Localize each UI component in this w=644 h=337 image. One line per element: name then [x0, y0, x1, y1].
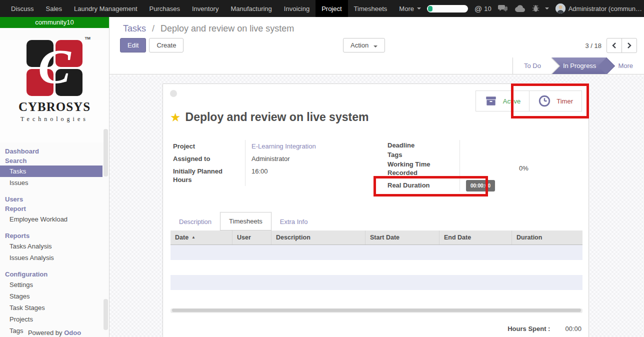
debug-menu[interactable]	[532, 4, 549, 12]
sidebar-item-users[interactable]: Users	[0, 194, 109, 204]
menu-sales[interactable]: Sales	[40, 0, 68, 17]
active-stat-button[interactable]: Active	[476, 90, 530, 112]
menu-timesheets[interactable]: Timesheets	[348, 0, 394, 17]
sidebar-item-projects[interactable]: Projects	[0, 314, 109, 325]
create-button[interactable]: Create	[149, 38, 184, 52]
menu-purchases[interactable]: Purchases	[144, 0, 186, 17]
chevron-right-icon	[627, 42, 632, 48]
field-label-assigned-to: Assigned to	[173, 152, 246, 165]
sidebar-item-tasks[interactable]: Tasks	[0, 166, 102, 177]
stat-buttons: Active Timer	[476, 90, 582, 112]
sidebar-item-settings[interactable]: Settings	[0, 279, 109, 290]
horizontal-scrollbar-thumb[interactable]	[172, 308, 581, 312]
hours-spent-label: Hours Spent :	[508, 325, 550, 332]
odoo-brand-link[interactable]: Odoo	[64, 329, 81, 336]
menu-more[interactable]: More	[393, 0, 427, 17]
tab-description[interactable]: Description	[170, 213, 220, 230]
bug-icon	[532, 4, 540, 12]
brand-name: CYBROSYS	[0, 100, 109, 114]
logo-square	[56, 40, 82, 67]
field-value-real-duration: 00:00:00	[460, 178, 578, 192]
chevron-left-icon	[612, 42, 616, 48]
sidebar-item-issues-analysis[interactable]: Issues Analysis	[0, 252, 109, 264]
form-sheet: Active Timer ★ Deploy and review on live…	[162, 84, 589, 337]
messages-icon[interactable]	[498, 4, 508, 12]
field-label-deadline: Deadline	[388, 140, 460, 150]
stage-to-do[interactable]: To Do	[512, 58, 552, 74]
chevron-down-icon	[374, 46, 378, 48]
edit-button[interactable]: Edit	[120, 38, 146, 52]
main-menu: Discuss Sales Laundry Management Purchas…	[0, 0, 427, 17]
menu-laundry-management[interactable]: Laundry Management	[68, 0, 143, 17]
trademark-label: TM	[84, 36, 90, 40]
active-label: Active	[503, 98, 520, 105]
star-icon[interactable]: ★	[170, 112, 181, 124]
field-value-project[interactable]: E-Learning Integration	[246, 140, 364, 152]
powered-by: Powered by Odoo	[0, 329, 109, 336]
menu-manufacturing[interactable]: Manufacturing	[224, 0, 278, 17]
column-header-date[interactable]: Date▲	[170, 230, 232, 244]
column-header-start-date[interactable]: Start Date	[366, 230, 440, 244]
sidebar-item-report[interactable]: Report	[0, 204, 109, 214]
form-workspace: Active Timer ★ Deploy and review on live…	[110, 75, 644, 337]
field-value-initially-planned-hours: 16:00	[246, 165, 364, 186]
notebook-tabs: Description Timesheets Extra Info	[170, 212, 316, 230]
progress-percentage: 0%	[519, 164, 528, 172]
timer-progress-pill[interactable]	[427, 5, 468, 12]
pager-previous-button[interactable]	[606, 38, 622, 53]
timer-stat-button[interactable]: Timer	[529, 90, 582, 112]
sidebar-scrollbar-thumb[interactable]	[104, 129, 108, 176]
menu-invoicing[interactable]: Invoicing	[278, 0, 316, 17]
tab-extra-info[interactable]: Extra Info	[272, 213, 316, 230]
menu-discuss[interactable]: Discuss	[5, 0, 40, 17]
sidebar-item-issues[interactable]: Issues	[0, 177, 109, 188]
clock-icon	[538, 94, 551, 108]
menu-inventory[interactable]: Inventory	[186, 0, 224, 17]
duration-badge: 00:00:00	[466, 180, 495, 192]
pager-counter: 3 / 18	[585, 42, 602, 50]
logo-square	[56, 69, 82, 96]
timer-label: Timer	[556, 98, 573, 105]
field-group: Project E-Learning Integration Assigned …	[173, 140, 578, 192]
table-row	[170, 245, 582, 260]
field-value-working-time-recorded: 0%	[460, 159, 578, 178]
user-menu[interactable]: Administrator (commun…	[556, 4, 644, 14]
timer-progress-fill	[428, 6, 432, 12]
column-header-user[interactable]: User	[232, 230, 272, 244]
cloud-icon[interactable]	[514, 5, 526, 12]
sidebar-item-configuration[interactable]: Configuration	[0, 270, 109, 279]
user-name: Administrator (commun…	[568, 5, 642, 12]
action-dropdown-button[interactable]: Action	[343, 38, 385, 52]
company-logo: C TM CYBROSYS Technologies	[0, 40, 109, 142]
sidebar-scrollbar-thumb[interactable]	[104, 299, 108, 330]
pager-next-button[interactable]	[622, 38, 637, 53]
sidebar-item-employee-workload[interactable]: Employee Workload	[0, 214, 109, 225]
task-title-row: ★ Deploy and review on live system	[170, 110, 368, 124]
column-header-description[interactable]: Description	[272, 230, 366, 244]
archive-box-icon	[484, 94, 498, 108]
field-label-initially-planned-hours: Initially Planned Hours	[173, 165, 246, 186]
tab-timesheets[interactable]: Timesheets	[220, 212, 272, 230]
sidebar-item-search[interactable]: Search	[0, 156, 109, 166]
menu-more-label: More	[399, 5, 414, 12]
sidebar-item-stages[interactable]: Stages	[0, 290, 109, 302]
sidebar-item-tasks-analysis[interactable]: Tasks Analysis	[0, 240, 109, 252]
horizontal-scrollbar[interactable]	[170, 308, 582, 313]
field-label-working-time-recorded: Working Time Recorded	[388, 159, 460, 178]
menu-project[interactable]: Project	[316, 0, 348, 17]
chevron-down-icon	[545, 8, 549, 10]
sort-asc-icon: ▲	[192, 235, 196, 240]
column-header-duration[interactable]: Duration	[512, 230, 582, 244]
sidebar-item-dashboard[interactable]: Dashboard	[0, 146, 109, 156]
timesheets-table: Date▲ User Description Start Date End Da…	[170, 230, 582, 313]
activities-button[interactable]: @ 10	[474, 4, 492, 13]
field-value-tags	[460, 150, 578, 159]
breadcrumb-tasks-link[interactable]: Tasks	[123, 24, 146, 34]
sidebar-item-reports[interactable]: Reports	[0, 231, 109, 240]
column-header-end-date[interactable]: End Date	[440, 230, 512, 244]
action-label: Action	[350, 42, 368, 49]
activities-count: 10	[484, 5, 491, 12]
systray: @ 10	[427, 0, 644, 17]
stage-statusbar: To Do In Progress More	[110, 58, 644, 74]
sidebar-item-task-stages[interactable]: Task Stages	[0, 302, 109, 314]
